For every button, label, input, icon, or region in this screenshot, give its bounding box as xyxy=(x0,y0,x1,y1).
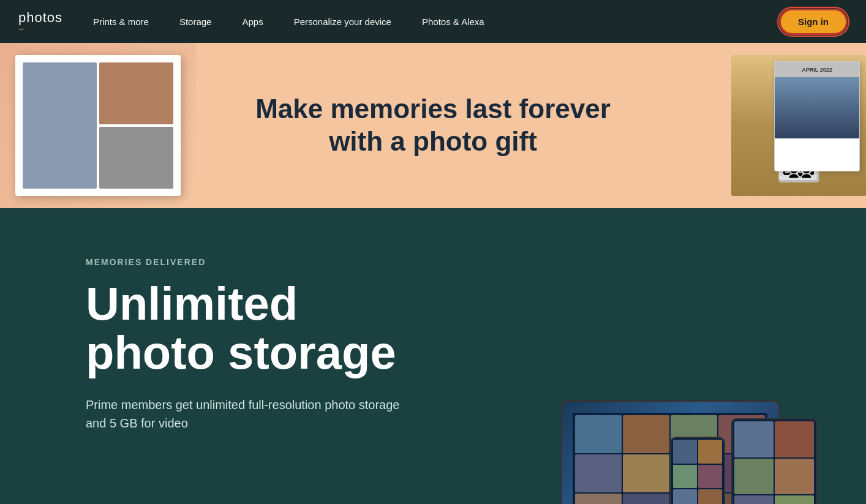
screen-photo-2 xyxy=(623,415,669,453)
tablet-photo-3 xyxy=(734,459,774,495)
nav-link-prints-more[interactable]: Prints & more xyxy=(93,17,149,27)
phone-photo-2 xyxy=(698,440,722,464)
tablet-photo-2 xyxy=(775,421,814,457)
nav-links: Prints & more Storage Apps Personalize y… xyxy=(93,17,779,27)
screen-photo-10 xyxy=(623,494,669,504)
tablet-photo-1 xyxy=(734,421,774,457)
logo-smile-icon: ⌣ xyxy=(18,23,25,34)
device-tablet xyxy=(731,418,817,504)
photo-cell-1 xyxy=(23,62,97,189)
screen-photo-6 xyxy=(623,454,669,492)
banner-center-text: Make memories last forever with a photo … xyxy=(255,93,611,158)
banner-right-image: APRIL 2022 xyxy=(670,43,866,208)
banner-headline: Make memories last forever with a photo … xyxy=(255,93,611,158)
nav-link-storage[interactable]: Storage xyxy=(179,17,212,27)
calendar-mockup: APRIL 2022 xyxy=(774,61,860,171)
logo[interactable]: photos ⌣ xyxy=(18,10,62,34)
hero-headline: Unlimited photo storage xyxy=(86,279,404,377)
hero-section: MEMORIES DELIVERED Unlimited photo stora… xyxy=(0,208,866,504)
screen-photo-1 xyxy=(575,415,622,453)
hero-subtext: Prime members get unlimited full-resolut… xyxy=(86,396,404,432)
phone-photo-4 xyxy=(698,465,722,489)
nav-link-apps[interactable]: Apps xyxy=(242,17,263,27)
navbar: photos ⌣ Prints & more Storage Apps Pers… xyxy=(0,0,866,43)
hero-eyebrow: MEMORIES DELIVERED xyxy=(86,257,404,267)
nav-link-photos-alexa[interactable]: Photos & Alexa xyxy=(422,17,484,27)
device-phone xyxy=(670,437,725,504)
screen-photo-5 xyxy=(575,454,622,492)
hero-devices-mockup xyxy=(474,314,829,504)
hero-text-block: MEMORIES DELIVERED Unlimited photo stora… xyxy=(86,257,404,432)
calendar-image xyxy=(775,77,859,138)
phone-screen xyxy=(671,438,724,504)
banner-left-image xyxy=(0,43,196,208)
phone-photo-6 xyxy=(698,489,722,504)
tablet-photo-6 xyxy=(775,495,814,504)
phone-photo-5 xyxy=(673,489,697,504)
promo-banner: Make memories last forever with a photo … xyxy=(0,43,866,208)
photo-cell-2 xyxy=(99,62,173,124)
phone-photo-1 xyxy=(673,440,697,464)
calendar-header: APRIL 2022 xyxy=(775,62,859,77)
signin-button[interactable]: Sign in xyxy=(779,9,848,35)
tablet-screen xyxy=(732,419,816,504)
nav-link-personalize[interactable]: Personalize your device xyxy=(294,17,391,27)
tablet-photo-5 xyxy=(734,495,774,504)
photo-cell-3 xyxy=(99,127,173,189)
screen-photo-9 xyxy=(575,494,622,504)
tablet-photo-4 xyxy=(775,459,814,495)
photo-book-mockup xyxy=(15,55,181,196)
phone-photo-3 xyxy=(673,465,697,489)
